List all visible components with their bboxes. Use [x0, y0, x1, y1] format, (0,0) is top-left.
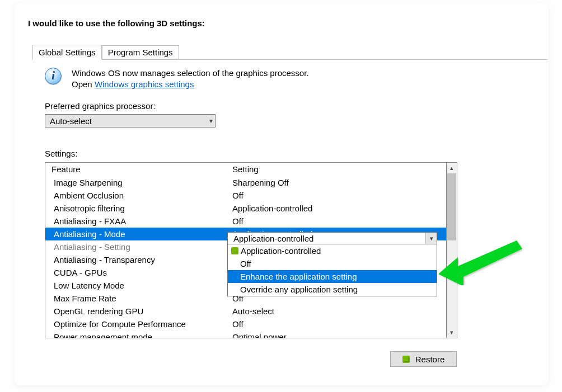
preferred-processor-select[interactable]: Auto-select ▾ — [45, 114, 216, 127]
table-row[interactable]: Optimize for Compute PerformanceOff — [45, 318, 446, 330]
chevron-down-icon[interactable]: ▾ — [425, 233, 437, 244]
preferred-processor-value: Auto-select — [50, 116, 92, 126]
combo-value: Application-controlled — [228, 234, 425, 243]
antialiasing-mode-dropdown[interactable]: Application-controlledOffEnhance the app… — [227, 244, 437, 296]
table-row[interactable]: Image SharpeningSharpening Off — [45, 176, 446, 189]
page-heading: I would like to use the following 3D set… — [28, 18, 205, 28]
chevron-down-icon: ▾ — [209, 117, 213, 125]
preferred-processor-label: Preferred graphics processor: — [45, 101, 156, 111]
dropdown-option[interactable]: Override any application setting — [228, 283, 437, 296]
scrollbar[interactable]: ▴ ▾ — [447, 162, 457, 338]
dropdown-option[interactable]: Application-controlled — [228, 244, 437, 257]
column-setting[interactable]: Setting — [228, 163, 435, 176]
setting-cell: Off — [228, 189, 435, 202]
table-row[interactable]: Anisotropic filteringApplication-control… — [45, 202, 446, 215]
setting-cell: Auto-select — [228, 305, 435, 318]
settings-label: Settings: — [45, 149, 77, 158]
settings-panel: I would like to use the following 3D set… — [14, 3, 549, 385]
table-row[interactable]: Antialiasing - FXAAOff — [45, 215, 446, 228]
tab-strip: Global Settings Program Settings — [32, 45, 179, 59]
tab-global-settings[interactable]: Global Settings — [32, 45, 102, 60]
table-row[interactable]: OpenGL rendering GPUAuto-select — [45, 305, 446, 318]
info-text: Windows OS now manages selection of the … — [72, 68, 309, 91]
dropdown-option[interactable]: Off — [228, 257, 437, 270]
tab-label: Global Settings — [39, 48, 96, 57]
dropdown-option[interactable]: Enhance the application setting — [228, 270, 437, 283]
info-row: Windows OS now manages selection of the … — [45, 68, 309, 91]
windows-graphics-link[interactable]: Windows graphics settings — [95, 79, 194, 89]
scroll-up-icon[interactable]: ▴ — [447, 163, 457, 173]
restore-label: Restore — [415, 355, 445, 364]
tab-underline — [32, 59, 547, 60]
feature-cell: Antialiasing - Mode — [45, 228, 228, 240]
tab-label: Program Settings — [108, 48, 173, 57]
info-line2-prefix: Open — [72, 79, 95, 89]
feature-cell: Antialiasing - FXAA — [45, 215, 228, 228]
scroll-down-icon[interactable]: ▾ — [447, 327, 457, 338]
scroll-thumb[interactable] — [447, 173, 456, 240]
feature-cell: Optimize for Compute Performance — [45, 318, 228, 330]
tab-program-settings[interactable]: Program Settings — [102, 45, 179, 59]
table-row[interactable]: Power management modeOptimal power — [45, 330, 446, 338]
feature-cell: Power management mode — [45, 330, 228, 338]
feature-cell: OpenGL rendering GPU — [45, 305, 228, 318]
nvidia-icon — [231, 247, 238, 254]
dropdown-option-label: Application-controlled — [241, 244, 321, 257]
info-line1: Windows OS now manages selection of the … — [72, 68, 309, 78]
restore-button[interactable]: Restore — [390, 351, 457, 367]
feature-cell: Image Sharpening — [45, 176, 228, 189]
antialiasing-mode-combo[interactable]: Application-controlled ▾ — [227, 232, 437, 244]
nvidia-icon — [402, 356, 410, 363]
feature-cell: CUDA - GPUs — [45, 266, 228, 279]
setting-cell: Application-controlled — [228, 202, 435, 215]
feature-cell: Low Latency Mode — [45, 279, 228, 292]
table-row[interactable]: Ambient OcclusionOff — [45, 189, 446, 202]
setting-cell: Sharpening Off — [228, 176, 435, 189]
feature-cell: Max Frame Rate — [45, 292, 228, 305]
setting-cell: Off — [228, 215, 435, 228]
feature-cell: Antialiasing - Setting — [45, 240, 228, 253]
setting-cell: Off — [228, 318, 435, 330]
feature-cell: Anisotropic filtering — [45, 202, 228, 215]
info-icon — [45, 68, 62, 84]
feature-cell: Antialiasing - Transparency — [45, 253, 228, 266]
column-feature[interactable]: Feature — [45, 163, 228, 176]
grid-header: Feature Setting — [45, 163, 446, 176]
feature-cell: Ambient Occlusion — [45, 189, 228, 202]
setting-cell: Optimal power — [228, 330, 435, 338]
